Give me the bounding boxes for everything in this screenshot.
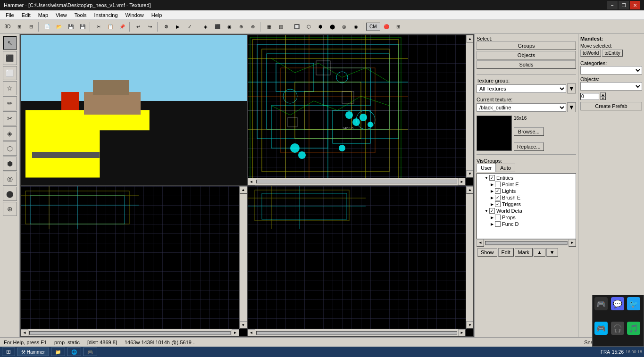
scroll-down-front[interactable]: ▼ bbox=[240, 321, 247, 329]
tb-sel1[interactable]: ◈ bbox=[200, 21, 211, 33]
minimize-button[interactable]: − bbox=[607, 1, 618, 9]
edit-button[interactable]: Edit bbox=[498, 248, 514, 257]
tb-extra1[interactable]: 🔴 bbox=[381, 21, 392, 33]
tree-h-scrollbar[interactable]: ◄ ► bbox=[477, 239, 576, 246]
check-props[interactable] bbox=[495, 215, 501, 220]
tb-view5[interactable]: ◎ bbox=[338, 21, 350, 33]
tool-camera[interactable]: ⬤ bbox=[3, 187, 17, 201]
tb-view3[interactable]: ⬢ bbox=[315, 21, 326, 33]
tb-view2[interactable]: ⬡ bbox=[303, 21, 314, 33]
tb-extra2[interactable]: ⊞ bbox=[393, 21, 404, 33]
scroll-left-side[interactable]: ◄ bbox=[248, 329, 255, 337]
expand-worlddeta[interactable]: ▼ bbox=[484, 209, 489, 213]
tree-item-funcd[interactable]: ▶ Func D bbox=[478, 221, 575, 227]
scroll-up-front[interactable]: ▲ bbox=[240, 186, 247, 194]
tool-light[interactable]: ◎ bbox=[3, 172, 17, 186]
tb-view6[interactable]: ◉ bbox=[350, 21, 361, 33]
v-scrollbar-top[interactable]: ▲ ▼ bbox=[466, 35, 473, 178]
tool-solid[interactable]: ⬛ bbox=[3, 51, 17, 65]
check-lights[interactable]: ✓ bbox=[495, 188, 501, 194]
tool-path[interactable]: ⊕ bbox=[3, 202, 17, 216]
check-entities[interactable]: ✓ bbox=[489, 175, 495, 181]
check-funcd[interactable] bbox=[495, 221, 501, 227]
tree-item-brushe[interactable]: ▶ ✓ Brush E bbox=[478, 194, 575, 201]
menu-view[interactable]: View bbox=[52, 11, 71, 19]
tb-snap2[interactable]: ▧ bbox=[275, 21, 286, 33]
tree-item-pointe[interactable]: ▶ Point E bbox=[478, 181, 575, 188]
spin-up[interactable]: ▲ bbox=[600, 92, 606, 96]
tb-check[interactable]: ✓ bbox=[184, 21, 195, 33]
solids-button[interactable]: Solids bbox=[477, 60, 576, 69]
tb-sel4[interactable]: ⊕ bbox=[235, 21, 247, 33]
thumb-steam[interactable]: 🎮 bbox=[594, 297, 608, 310]
groups-button[interactable]: Groups bbox=[477, 42, 576, 50]
tb-open[interactable]: 📂 bbox=[53, 21, 65, 33]
tb-run[interactable]: ▶ bbox=[172, 21, 184, 33]
expand-props[interactable]: ▶ bbox=[489, 216, 495, 220]
menu-map[interactable]: Map bbox=[34, 11, 52, 19]
tb-sel3[interactable]: ◉ bbox=[224, 21, 235, 33]
expand-triggers[interactable]: ▶ bbox=[489, 202, 495, 207]
scroll-right-front[interactable]: ► bbox=[232, 329, 239, 337]
spin-down[interactable]: ▼ bbox=[600, 96, 606, 100]
check-triggers[interactable]: ✓ bbox=[495, 201, 501, 207]
start-button[interactable]: ⊞ bbox=[2, 348, 15, 356]
tool-paint[interactable]: ✏ bbox=[3, 96, 17, 110]
menu-instancing[interactable]: Instancing bbox=[90, 11, 121, 19]
close-button[interactable]: ✕ bbox=[630, 1, 640, 9]
thumb-bird[interactable]: 🐦 bbox=[627, 297, 640, 310]
tree-scroll-right[interactable]: ► bbox=[569, 239, 576, 247]
scroll-down[interactable]: ▼ bbox=[466, 170, 474, 178]
viewport-top[interactable]: 1463.6 ◄ ► ▲ ▼ bbox=[247, 34, 474, 186]
thumb-discord[interactable]: 💬 bbox=[611, 297, 624, 310]
tb-paste[interactable]: 📌 bbox=[117, 21, 128, 33]
tb-snap1[interactable]: ▦ bbox=[263, 21, 275, 33]
down-button[interactable]: ▼ bbox=[546, 248, 558, 257]
viewport-side[interactable]: ◄ ► ▲ ▼ bbox=[247, 186, 474, 337]
v-scrollbar-side[interactable]: ▲ ▼ bbox=[466, 186, 473, 329]
scroll-up-side[interactable]: ▲ bbox=[466, 186, 474, 194]
create-prefab-button[interactable]: Create Prefab bbox=[580, 102, 642, 110]
tb-save[interactable]: 💾 bbox=[65, 21, 76, 33]
scroll-left-front[interactable]: ◄ bbox=[21, 329, 28, 337]
tool-entity[interactable]: ☆ bbox=[3, 81, 17, 95]
tree-scroll-left[interactable]: ◄ bbox=[477, 239, 484, 247]
tb-sel5[interactable]: ⊗ bbox=[247, 21, 259, 33]
menu-help[interactable]: Help bbox=[148, 11, 166, 19]
expand-funcd[interactable]: ▶ bbox=[489, 222, 495, 226]
current-texture-select[interactable]: /black_outline bbox=[477, 103, 566, 112]
scroll-track-h-front[interactable] bbox=[29, 331, 231, 335]
texture-group-dropdown[interactable]: ▼ bbox=[567, 83, 576, 93]
thumb-game2[interactable]: 🎮 bbox=[594, 322, 608, 335]
check-worlddeta[interactable]: ✓ bbox=[489, 208, 495, 214]
expand-lights[interactable]: ▶ bbox=[489, 189, 495, 193]
taskbar-explorer[interactable]: 📁 bbox=[51, 348, 65, 356]
tree-item-triggers[interactable]: ▶ ✓ Triggers bbox=[478, 201, 575, 208]
taskbar[interactable]: ⊞ ⚒ Hammer 📁 🌐 🎮 FRA 15:26 16:00:18 bbox=[0, 347, 644, 357]
visgroups-tree[interactable]: ▼ ✓ Entities ▶ Point E ▶ ✓ bbox=[477, 173, 576, 239]
objects-button[interactable]: Objects bbox=[477, 51, 576, 59]
scroll-track-h[interactable] bbox=[256, 180, 458, 183]
to-world-button[interactable]: toWorld bbox=[580, 50, 601, 57]
scroll-up[interactable]: ▲ bbox=[466, 35, 474, 42]
expand-entities[interactable]: ▼ bbox=[484, 176, 489, 180]
objects-select[interactable] bbox=[580, 82, 642, 91]
tb-grid2[interactable]: ⊟ bbox=[25, 21, 37, 33]
tree-item-lights[interactable]: ▶ ✓ Lights bbox=[478, 188, 575, 194]
tb-compile[interactable]: ⚙ bbox=[160, 21, 172, 33]
tool-decal[interactable]: ⬡ bbox=[3, 141, 17, 156]
menu-file[interactable]: File bbox=[2, 11, 18, 19]
check-pointe[interactable] bbox=[495, 182, 501, 187]
h-scrollbar-side[interactable]: ◄ ► bbox=[248, 329, 466, 336]
tb-grid[interactable]: ⊞ bbox=[14, 21, 25, 33]
tree-scroll-track[interactable] bbox=[485, 241, 568, 245]
show-button[interactable]: Show bbox=[477, 248, 497, 257]
expand-brushe[interactable]: ▶ bbox=[489, 196, 495, 200]
taskbar-game[interactable]: 🎮 bbox=[83, 348, 97, 356]
v-scrollbar-front[interactable]: ▲ ▼ bbox=[239, 186, 247, 329]
menu-window[interactable]: Window bbox=[122, 11, 148, 19]
tb-new[interactable]: 📄 bbox=[42, 21, 53, 33]
expand-pointe[interactable]: ▶ bbox=[489, 183, 495, 187]
thumb-spotify[interactable]: 🎵 bbox=[627, 322, 640, 335]
categories-select[interactable] bbox=[580, 66, 642, 75]
